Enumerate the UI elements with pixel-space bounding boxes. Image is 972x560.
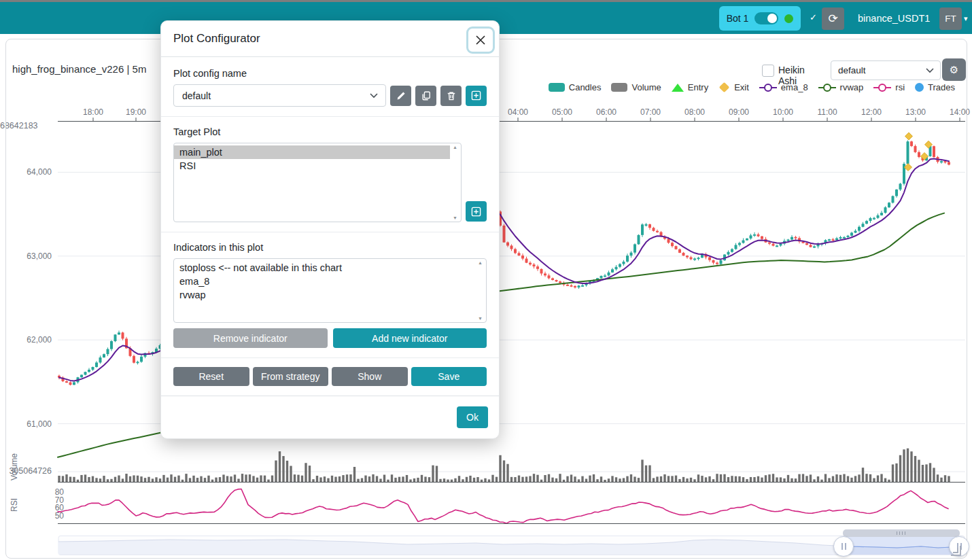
- heikin-ashi-label: Heikin Ashi: [778, 65, 805, 86]
- svg-text:18:00: 18:00: [83, 107, 103, 117]
- legend-item-Entry[interactable]: Entry: [672, 82, 708, 92]
- bot-name-label: Bot 1: [727, 13, 749, 24]
- legend-rect-icon: [549, 83, 565, 92]
- navigator-drag-bar[interactable]: [843, 529, 960, 537]
- show-button[interactable]: Show: [332, 367, 408, 386]
- refresh-button[interactable]: ⟳: [822, 7, 844, 30]
- gear-icon: ⚙: [950, 64, 958, 76]
- target-plot-label: Target Plot: [173, 126, 487, 137]
- legend-item-Trades[interactable]: Trades: [915, 82, 955, 92]
- svg-text:10:00: 10:00: [773, 107, 793, 117]
- plus-square-icon: [471, 207, 481, 217]
- plot-config-name-label: Plot config name: [173, 68, 487, 79]
- svg-text:06:00: 06:00: [596, 107, 617, 117]
- bot-selector[interactable]: Bot 1: [719, 6, 801, 31]
- legend-circle-icon: [915, 83, 924, 92]
- legend-rect-icon: [611, 83, 627, 92]
- close-button[interactable]: [466, 27, 495, 54]
- rsi-axis-title: RSI: [10, 491, 19, 519]
- user-avatar[interactable]: FT: [939, 7, 962, 30]
- window-top-strip: [0, 0, 972, 2]
- legend-triangle-icon: [672, 84, 684, 92]
- legend-label: rsi: [895, 82, 905, 92]
- modal-title: Plot Configurator: [173, 32, 260, 46]
- trash-icon: [447, 91, 456, 101]
- legend-item-rsi[interactable]: rsi: [873, 82, 905, 92]
- bot-toggle[interactable]: [754, 12, 778, 24]
- list-item[interactable]: rvwap: [174, 288, 475, 302]
- list-scrollbar[interactable]: ▲▼: [476, 260, 485, 321]
- ok-button[interactable]: Ok: [457, 406, 488, 428]
- remove-indicator-button[interactable]: Remove indicator: [173, 328, 328, 348]
- scroll-up-icon: ▲: [453, 145, 457, 150]
- from-strategy-button[interactable]: From strategy: [253, 367, 329, 386]
- modal-header: Plot Configurator: [161, 21, 499, 57]
- legend-label: Volume: [631, 82, 661, 92]
- list-scrollbar[interactable]: ▲▼: [451, 145, 459, 220]
- account-label: binance_USDT1: [858, 13, 930, 24]
- svg-text:64,000: 64,000: [27, 167, 52, 177]
- svg-text:11:00: 11:00: [817, 107, 837, 117]
- svg-text:14:00: 14:00: [950, 107, 970, 117]
- legend-line-icon: [818, 83, 836, 92]
- drag-grip-icon: [897, 531, 906, 535]
- navigator-resize-corner[interactable]: [951, 546, 961, 556]
- avatar-initials: FT: [945, 14, 956, 24]
- svg-text:19:00: 19:00: [126, 107, 146, 117]
- close-icon: [475, 35, 486, 46]
- svg-text:12:00: 12:00: [861, 107, 882, 117]
- list-item[interactable]: main_plot: [174, 145, 450, 159]
- legend-item-Volume[interactable]: Volume: [611, 82, 661, 92]
- legend-item-rvwap[interactable]: rvwap: [818, 82, 864, 92]
- save-button[interactable]: Save: [411, 367, 487, 386]
- refresh-icon: ⟳: [828, 12, 837, 26]
- plot-scheme-value: default: [838, 65, 866, 75]
- svg-text:61,000: 61,000: [27, 419, 52, 429]
- plot-config-select[interactable]: default: [173, 84, 386, 107]
- copy-icon: [421, 91, 431, 101]
- svg-text:62,000: 62,000: [27, 335, 52, 345]
- legend-item-Exit[interactable]: Exit: [718, 82, 749, 92]
- volume-axis-title: Volume: [10, 447, 19, 487]
- svg-text:09:00: 09:00: [729, 107, 749, 117]
- plot-scheme-select[interactable]: default: [831, 60, 941, 80]
- reset-button[interactable]: Reset: [173, 367, 249, 386]
- legend-line-icon: [873, 83, 891, 92]
- list-item[interactable]: stoploss <-- not available in this chart: [174, 261, 475, 275]
- add-new-indicator-button[interactable]: Add new indicator: [333, 328, 487, 348]
- svg-text:068642183: 068642183: [0, 121, 38, 130]
- chart-legend: CandlesVolumeEntryExitema_8rvwaprsiTrade…: [549, 82, 955, 92]
- add-target-plot-button[interactable]: [466, 201, 487, 222]
- duplicate-config-button[interactable]: [415, 86, 436, 106]
- divider: [161, 116, 499, 117]
- avatar-caret-icon: ▾: [964, 14, 968, 23]
- rename-config-button[interactable]: [390, 86, 411, 106]
- legend-label: Candles: [569, 82, 602, 92]
- modal-body: Plot config name default Target Plot ▲: [161, 57, 499, 396]
- add-config-button[interactable]: [466, 86, 487, 106]
- delete-config-button[interactable]: [440, 86, 462, 106]
- indicators-list[interactable]: ▲▼ stoploss <-- not available in this ch…: [173, 258, 487, 323]
- legend-diamond-icon: [719, 82, 730, 93]
- legend-label: Entry: [688, 82, 708, 92]
- chevron-down-icon: [370, 93, 378, 99]
- toggle-knob: [767, 14, 777, 23]
- target-plot-list[interactable]: ▲▼ main_plotRSI: [173, 143, 462, 222]
- svg-text:50: 50: [55, 511, 65, 521]
- chart-title: high_frog_binance_v226 | 5m: [12, 63, 146, 75]
- svg-text:08:00: 08:00: [684, 107, 705, 117]
- svg-text:13:00: 13:00: [905, 107, 926, 117]
- plot-config-gear-button[interactable]: ⚙: [942, 58, 966, 81]
- svg-text:04:00: 04:00: [508, 107, 528, 117]
- scroll-down-icon: ▼: [478, 316, 483, 321]
- legend-item-Candles[interactable]: Candles: [549, 82, 602, 92]
- plot-config-value: default: [182, 90, 211, 101]
- list-item[interactable]: ema_8: [174, 275, 475, 288]
- legend-label: Exit: [734, 82, 749, 92]
- list-item[interactable]: RSI: [174, 159, 450, 173]
- chevron-down-icon: [926, 68, 934, 73]
- plot-configurator-modal: Plot Configurator Plot config name defau…: [160, 20, 500, 439]
- svg-text:05:00: 05:00: [552, 107, 572, 117]
- navigator-left-handle[interactable]: [833, 536, 854, 557]
- heikin-ashi-checkbox[interactable]: [762, 65, 774, 77]
